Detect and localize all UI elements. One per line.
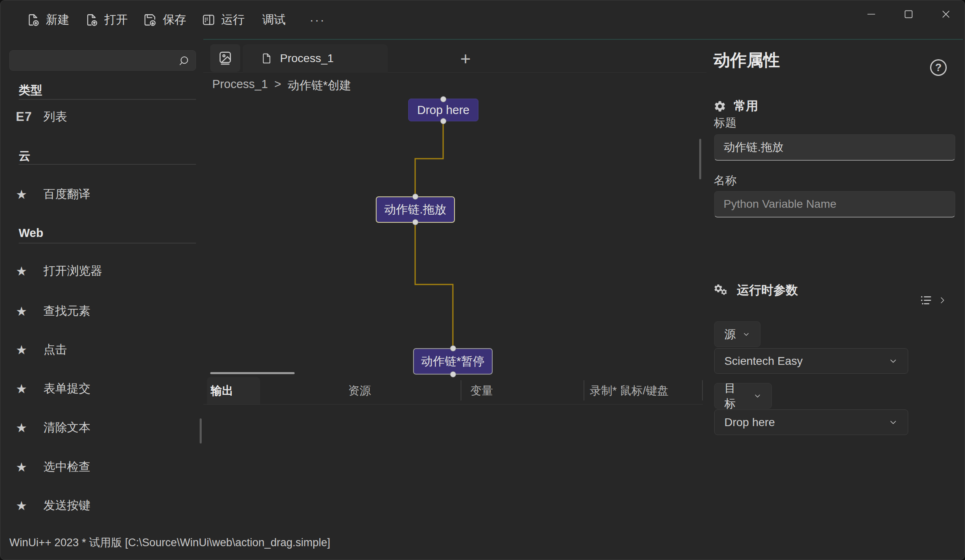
gears-icon <box>713 283 730 298</box>
node-action-chain-pause[interactable]: 动作链*暂停 <box>413 348 493 375</box>
toolbar-label: 保存 <box>163 12 186 28</box>
close-button[interactable] <box>933 5 959 23</box>
tab-label: 资源 <box>348 383 371 398</box>
name-input[interactable]: Python Variable Name <box>714 191 955 218</box>
sidebar-item-click[interactable]: ★ 点击 <box>16 341 194 359</box>
title-input[interactable]: 动作链.拖放 <box>714 134 955 161</box>
sidebar-section-type: 类型 <box>19 82 42 99</box>
search-input[interactable] <box>9 50 196 71</box>
param-key-label: 目标 <box>724 381 747 411</box>
divider <box>203 404 703 405</box>
node-label: 动作链.拖放 <box>384 202 446 218</box>
sidebar-item-form-submit[interactable]: ★ 表单提交 <box>16 380 194 398</box>
chevron-down-icon <box>888 356 898 366</box>
sidebar-scrollbar[interactable] <box>200 418 202 444</box>
toolbar-label: 打开 <box>104 12 128 28</box>
status-bar-text: WinUi++ 2023 * 试用版 [C:\Source\WinUi\web\… <box>9 535 330 550</box>
star-icon: ★ <box>16 342 39 358</box>
title-input-value: 动作链.拖放 <box>724 140 784 155</box>
tab-output[interactable]: 输出 <box>207 377 260 404</box>
sidebar-section-cloud: 云 <box>19 148 30 164</box>
sidebar-item-send-keys[interactable]: ★ 发送按键 <box>16 497 194 515</box>
node-port[interactable] <box>412 194 418 200</box>
panel-resize-handle[interactable] <box>210 372 295 374</box>
source-select[interactable]: Scientech Easy <box>714 348 908 374</box>
app-window: 新建 打开 保存 <box>0 0 965 560</box>
canvas-scrollbar[interactable] <box>699 139 701 179</box>
node-port[interactable] <box>440 118 446 124</box>
maximize-button[interactable] <box>896 5 921 23</box>
save-button[interactable]: 保存 <box>143 8 186 32</box>
star-icon: ★ <box>16 498 39 513</box>
name-input-placeholder: Python Variable Name <box>724 198 836 211</box>
debug-button[interactable]: 调试 <box>262 8 286 32</box>
list-icon <box>918 293 934 307</box>
star-icon: ★ <box>16 381 39 396</box>
maximize-icon <box>903 9 914 19</box>
chevron-down-icon <box>888 418 898 427</box>
star-icon: ★ <box>16 420 39 435</box>
node-label: Drop here <box>417 103 470 117</box>
image-icon <box>218 50 233 66</box>
minimize-icon <box>866 9 877 19</box>
tab-variables[interactable]: 变量 <box>470 377 493 404</box>
divider <box>584 380 584 401</box>
source-select-value: Scientech Easy <box>724 355 803 368</box>
node-port[interactable] <box>450 345 456 351</box>
param-key-source-button[interactable]: 源 <box>714 321 760 347</box>
sidebar-item-open-browser[interactable]: ★ 打开浏览器 <box>16 262 194 280</box>
star-icon: ★ <box>16 264 39 279</box>
tab-label: Process_1 <box>280 52 334 65</box>
sidebar-item-baidu-translate[interactable]: ★ 百度翻译 <box>16 185 194 203</box>
param-key-target-button[interactable]: 目标 <box>714 383 772 409</box>
divider <box>461 380 461 401</box>
toolbar-label: 调试 <box>262 12 286 28</box>
star-icon: ★ <box>16 187 39 202</box>
more-button[interactable]: ··· <box>310 8 325 32</box>
minimize-button[interactable] <box>859 5 884 23</box>
sidebar-item-clear-text[interactable]: ★ 清除文本 <box>16 419 194 437</box>
chevron-right-icon <box>938 296 947 305</box>
divider <box>203 39 963 40</box>
e7-icon: E7 <box>16 110 39 124</box>
node-port[interactable] <box>440 96 446 102</box>
field-label-title: 标题 <box>714 115 737 131</box>
run-button[interactable]: 运行 <box>202 8 245 32</box>
gear-icon <box>713 100 726 113</box>
field-label-name: 名称 <box>714 173 737 188</box>
search-icon <box>178 55 190 67</box>
help-icon: ? <box>935 61 942 74</box>
star-icon: ★ <box>16 460 39 475</box>
screenshot-view-button[interactable] <box>210 44 240 72</box>
toolbar-label: 新建 <box>46 12 69 28</box>
open-button[interactable]: 打开 <box>85 8 128 32</box>
tab-record-mouse-keyboard[interactable]: 录制* 鼠标/键盘 <box>590 377 668 404</box>
open-file-icon <box>85 13 99 27</box>
tab-label: 输出 <box>211 383 233 398</box>
add-tab-button[interactable]: + <box>454 48 477 69</box>
section-title: 常用 <box>734 98 758 114</box>
chevron-down-icon <box>742 330 750 339</box>
tab-label: 录制* 鼠标/键盘 <box>590 383 668 398</box>
run-icon <box>202 13 215 27</box>
new-file-icon <box>26 13 40 27</box>
node-port[interactable] <box>450 371 456 377</box>
tab-resources[interactable]: 资源 <box>348 377 371 404</box>
section-common[interactable]: 常用 <box>713 98 758 114</box>
params-list-button[interactable] <box>918 293 947 307</box>
tab-process-1[interactable]: Process_1 <box>243 44 388 73</box>
sidebar-item-find-element[interactable]: ★ 查找元素 <box>16 302 194 320</box>
chevron-down-icon <box>753 392 762 401</box>
target-select-value: Drop here <box>724 416 775 429</box>
section-title: 运行时参数 <box>737 282 798 299</box>
new-button[interactable]: 新建 <box>26 8 69 32</box>
divider <box>19 99 196 100</box>
target-select[interactable]: Drop here <box>714 409 908 435</box>
section-runtime-params[interactable]: 运行时参数 <box>713 282 798 299</box>
sidebar-item-check-selected[interactable]: ★ 选中检查 <box>16 458 194 476</box>
sidebar-item-list[interactable]: E7 列表 <box>16 108 194 126</box>
node-label: 动作链*暂停 <box>421 353 485 370</box>
divider <box>702 380 703 401</box>
node-port[interactable] <box>412 219 418 225</box>
help-button[interactable]: ? <box>930 59 947 76</box>
